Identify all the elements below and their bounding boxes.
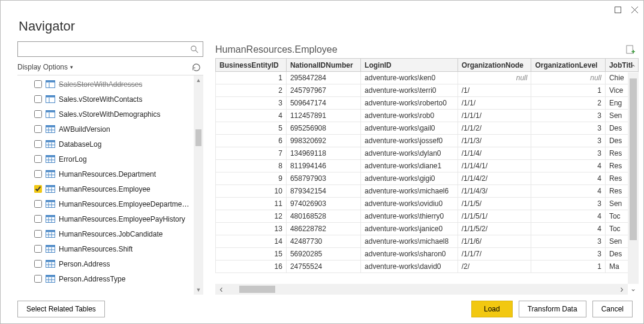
tree-item-checkbox[interactable] [34,275,42,283]
table-icon [46,155,55,163]
table-row[interactable]: 1624755524adventure-works\david0/2/1Ma [216,261,639,273]
preview-pane: HumanResources.Employee BusinessEntityID… [215,41,639,295]
column-header[interactable]: OrganizationLevel [531,59,606,72]
svg-rect-55 [46,246,55,247]
view-icon [46,110,55,118]
transform-data-button[interactable]: Transform Data [519,301,586,317]
scroll-up-arrow[interactable]: ▲ [196,75,201,85]
table-row[interactable]: 10879342154adventure-works\michael6/1/1/… [216,185,639,198]
hscroll-thumb[interactable] [239,286,275,293]
vscroll-up-icon[interactable]: ⌃ [628,63,639,72]
table-row[interactable]: 3509647174adventure-works\roberto0/1/1/2… [216,97,639,110]
tree-item-label: HumanResources.EmployeeDepartmen... [59,200,191,208]
table-row[interactable]: 1556920285adventure-works\sharon0/1/1/7/… [216,248,639,261]
tree-scrollbar[interactable]: ▲ ▼ [194,75,203,295]
load-button[interactable]: Load [471,301,513,317]
table-row[interactable]: 6998320692adventure-works\jossef0/1/1/3/… [216,135,639,147]
vscroll-down-icon[interactable]: ⌄ [628,284,639,293]
tree-item-checkbox[interactable] [34,170,42,178]
cell: /1/1/5/1/ [458,210,531,223]
table-row[interactable]: 8811994146adventure-works\diane1/1/1/4/1… [216,160,639,172]
tree-item-checkbox[interactable] [34,125,42,133]
tree-item[interactable]: AWBuildVersion [17,122,203,137]
hscroll-left-icon[interactable]: ‹ [215,284,227,295]
cell: 4 [216,110,287,122]
svg-point-3 [191,46,196,50]
column-header[interactable]: NationalIDNumber [286,59,360,72]
tree-item[interactable]: HumanResources.Department [17,166,203,181]
cell: 4 [531,223,606,235]
refresh-icon[interactable] [192,63,201,72]
tree-item-checkbox[interactable] [34,95,42,103]
tree-item[interactable]: Sales.vStoreWithDemographics [17,107,203,122]
svg-rect-12 [46,111,55,113]
tree-item-checkbox[interactable] [34,245,42,253]
grid-vscrollbar[interactable]: ⌃ ⌄ [628,72,639,284]
tree-item[interactable]: HumanResources.EmployeePayHistory [17,211,203,226]
chevron-down-icon: ▾ [70,64,73,70]
cell: 42487730 [286,235,360,248]
cell: 4 [531,210,606,223]
tree-item-label: Sales.vStoreWithDemographics [59,110,160,119]
table-row[interactable]: 4112457891adventure-works\rob0/1/1/1/3Se… [216,110,639,122]
table-row[interactable]: 7134969118adventure-works\dylan0/1/1/4/3… [216,147,639,160]
select-related-tables-button[interactable]: Select Related Tables [17,301,105,317]
cell: 16 [216,261,287,273]
tree-item[interactable]: HumanResources.EmployeeDepartmen... [17,196,203,211]
tree-item[interactable]: Person.AddressType [17,271,203,286]
tree-item-checkbox[interactable] [34,215,42,223]
tree-item-checkbox[interactable] [34,230,42,238]
tree-item[interactable]: Person.Address [17,256,203,271]
cell: adventure-works\jossef0 [361,135,458,147]
tree-item-checkbox[interactable] [34,200,42,208]
table-row[interactable]: 11974026903adventure-works\ovidiu0/1/1/5… [216,198,639,210]
svg-rect-65 [46,275,55,277]
table-row[interactable]: 1295847284adventure-works\ken0nullnullCh… [216,72,639,84]
cancel-button[interactable]: Cancel [592,301,633,317]
hscroll-right-icon[interactable]: › [616,284,628,295]
column-header[interactable]: BusinessEntityID [216,59,287,72]
scroll-down-arrow[interactable]: ▼ [196,285,201,295]
cell: 509647174 [286,97,360,110]
object-tree[interactable]: SalesStoreWithAddressesSales.vStoreWithC… [17,75,203,295]
tree-item[interactable]: Sales.vStoreWithContacts [17,92,203,107]
cell: adventure-works\sharon0 [361,248,458,261]
tree-item[interactable]: SalesStoreWithAddresses [17,77,203,92]
tree-item[interactable]: HumanResources.Shift [17,241,203,256]
cell: adventure-works\roberto0 [361,97,458,110]
tree-item-checkbox[interactable] [34,110,42,118]
tree-item[interactable]: HumanResources.JobCandidate [17,226,203,241]
preview-grid[interactable]: BusinessEntityIDNationalIDNumberLoginIDO… [215,58,639,273]
close-button[interactable] [630,5,639,14]
tree-item-checkbox[interactable] [34,155,42,163]
table-row[interactable]: 12480168528adventure-works\thierry0/1/1/… [216,210,639,223]
tree-item[interactable]: ErrorLog [17,152,203,166]
tree-item[interactable]: HumanResources.Employee [17,181,203,196]
table-row[interactable]: 9658797903adventure-works\gigi0/1/1/4/2/… [216,172,639,185]
cell: /1/1/4/3/ [458,185,531,198]
table-row[interactable]: 1442487730adventure-works\michael8/1/1/6… [216,235,639,248]
cell: 3 [531,135,606,147]
column-header[interactable]: LoginID [361,59,458,72]
cell: 112457891 [286,110,360,122]
tree-item-checkbox[interactable] [34,260,42,268]
search-input[interactable] [17,41,203,57]
vscroll-thumb[interactable] [630,78,637,240]
tree-item-checkbox[interactable] [34,80,42,88]
table-icon [46,200,55,208]
tree-item[interactable]: DatabaseLog [17,137,203,152]
table-row[interactable]: 5695256908adventure-works\gail0/1/1/2/3D… [216,122,639,135]
tree-item-checkbox[interactable] [34,140,42,148]
table-row[interactable]: 13486228782adventure-works\janice0/1/1/5… [216,223,639,235]
scroll-thumb[interactable] [195,129,201,146]
svg-rect-20 [46,141,55,143]
maximize-button[interactable] [613,5,622,14]
table-row[interactable]: 2245797967adventure-works\terri0/1/1Vice [216,84,639,97]
tree-item-checkbox[interactable] [34,185,42,193]
column-header[interactable]: OrganizationNode [458,59,531,72]
display-options-dropdown[interactable]: Display Options ▾ [17,63,73,71]
preview-options-icon[interactable] [626,45,635,55]
grid-hscrollbar[interactable]: ‹ › [215,284,628,295]
cell: adventure-works\rob0 [361,110,458,122]
cell: adventure-works\david0 [361,261,458,273]
